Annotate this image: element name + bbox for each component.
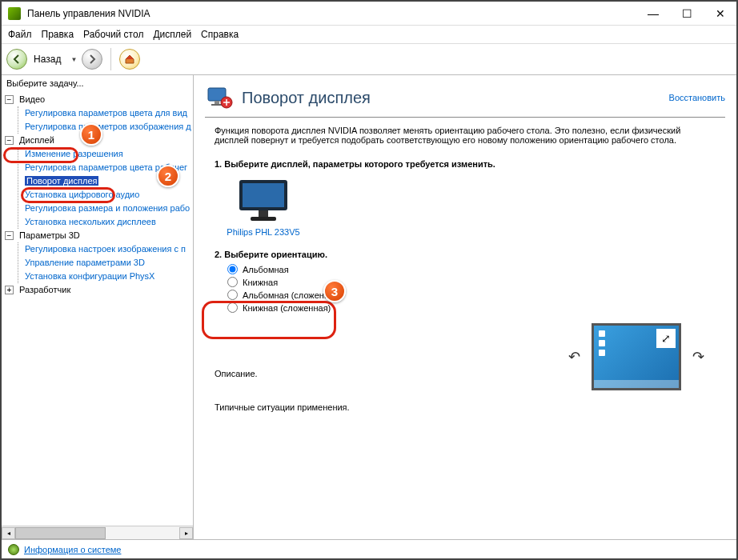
content-pane: Поворот дисплея Восстановить Функция пов… xyxy=(194,75,736,539)
tree-link-multi-display[interactable]: Установка нескольких дисплеев xyxy=(25,217,156,226)
radio-portrait-flipped-label: Книжная (сложенная) xyxy=(243,303,331,313)
maximize-button[interactable]: ☐ xyxy=(677,7,696,20)
tree-link-rotate-display[interactable]: Поворот дисплея xyxy=(25,176,98,186)
scroll-right-button[interactable]: ▸ xyxy=(179,527,193,539)
orientation-landscape-flipped[interactable]: Альбомная (сложенная) xyxy=(227,290,725,300)
radio-landscape-label: Альбомная xyxy=(243,265,289,274)
sysinfo-link[interactable]: Информация о системе xyxy=(24,545,121,554)
tree-link-size-position[interactable]: Регулировка размера и положения рабо xyxy=(25,203,190,213)
svg-rect-6 xyxy=(259,210,268,217)
tree-link-3d-manage[interactable]: Управление параметрами 3D xyxy=(25,258,145,267)
sidebar-hscrollbar[interactable]: ◂ ▸ xyxy=(2,526,193,539)
orientation-landscape[interactable]: Альбомная xyxy=(227,264,725,274)
tree-link-video-image[interactable]: Регулировка параметров изображения д xyxy=(25,122,191,131)
rotate-ccw-button[interactable]: ↶ xyxy=(568,348,580,366)
monitor-icon xyxy=(235,177,292,223)
svg-rect-7 xyxy=(251,217,276,221)
page-header: Поворот дисплея Восстановить xyxy=(205,83,725,118)
status-bar: Информация о системе xyxy=(2,539,736,558)
menu-help[interactable]: Справка xyxy=(201,29,239,40)
monitor-selector[interactable]: Philips PHL 233V5 xyxy=(219,177,307,237)
typical-heading: Типичные ситуации применения. xyxy=(215,402,716,412)
arrow-left-icon xyxy=(12,54,22,64)
scroll-thumb[interactable] xyxy=(15,527,106,539)
tree-toggle-3d[interactable]: − xyxy=(5,231,14,240)
radio-portrait[interactable] xyxy=(227,277,238,287)
orientation-options: Альбомная Книжная Альбомная (сложенная) … xyxy=(227,264,725,313)
orientation-portrait-flipped[interactable]: Книжная (сложенная) xyxy=(227,302,725,313)
tree-toggle-developer[interactable]: + xyxy=(5,286,14,294)
svg-rect-5 xyxy=(243,183,284,207)
menu-display[interactable]: Дисплей xyxy=(153,29,191,40)
nvidia-app-icon xyxy=(8,7,21,20)
rotate-display-page-icon xyxy=(205,83,234,112)
tree-cat-developer[interactable]: Разработчик xyxy=(19,285,70,294)
radio-portrait-label: Книжная xyxy=(243,278,278,287)
task-tree[interactable]: − Видео Регулировка параметров цвета для… xyxy=(2,91,193,526)
close-button[interactable]: ✕ xyxy=(711,7,730,20)
radio-portrait-flipped[interactable] xyxy=(227,302,238,313)
tree-cat-video[interactable]: Видео xyxy=(19,94,45,104)
orientation-portrait[interactable]: Книжная xyxy=(227,277,725,287)
tree-link-3d-image[interactable]: Регулировка настроек изображения с п xyxy=(25,244,186,254)
scroll-left-button[interactable]: ◂ xyxy=(2,527,15,539)
arrow-right-icon xyxy=(87,54,97,64)
orientation-preview: ↶ ⤢ ↷ xyxy=(568,323,704,390)
window-title: Панель управления NVIDIA xyxy=(27,8,644,19)
restore-link[interactable]: Восстановить xyxy=(669,93,725,102)
sysinfo-icon xyxy=(8,544,19,555)
step1-label: 1. Выберите дисплей, параметры которого … xyxy=(215,159,716,169)
rotate-cw-button[interactable]: ↷ xyxy=(692,348,704,366)
back-button[interactable] xyxy=(6,49,27,70)
back-dropdown-icon[interactable]: ▼ xyxy=(70,56,77,63)
page-description: Функция поворота дисплея NVIDIA позволяе… xyxy=(215,126,716,145)
page-title: Поворот дисплея xyxy=(242,89,669,107)
forward-button[interactable] xyxy=(82,49,102,70)
annotation-badge-1: 1 xyxy=(80,123,102,146)
home-icon xyxy=(124,54,135,65)
annotation-badge-3: 3 xyxy=(323,280,346,302)
tree-toggle-video[interactable]: − xyxy=(5,95,14,104)
menu-bar: Файл Правка Рабочий стол Дисплей Справка xyxy=(2,26,736,43)
window-titlebar: Панель управления NVIDIA — ☐ ✕ xyxy=(2,2,736,26)
annotation-badge-2: 2 xyxy=(157,165,179,187)
svg-rect-1 xyxy=(215,101,219,104)
monitor-label: Philips PHL 233V5 xyxy=(219,227,307,237)
nav-toolbar: Назад ▼ xyxy=(2,43,736,75)
menu-file[interactable]: Файл xyxy=(8,29,32,40)
rotate-indicator-icon: ⤢ xyxy=(656,329,676,348)
tree-link-digital-audio[interactable]: Установка цифрового аудио xyxy=(25,190,139,199)
task-sidebar: Выберите задачу... − Видео Регулировка п… xyxy=(2,75,194,539)
radio-landscape-flipped[interactable] xyxy=(227,290,238,300)
desktop-preview-icon: ⤢ xyxy=(592,323,681,390)
tree-link-physx[interactable]: Установка конфигурации PhysX xyxy=(25,271,154,281)
scroll-track[interactable] xyxy=(15,527,179,539)
radio-landscape[interactable] xyxy=(227,264,238,274)
tree-cat-display[interactable]: Дисплей xyxy=(19,135,54,145)
window-controls: — ☐ ✕ xyxy=(644,7,730,20)
minimize-button[interactable]: — xyxy=(644,7,663,20)
tree-link-resolution[interactable]: Изменение разрешения xyxy=(25,149,123,158)
step2-label: 2. Выберите ориентацию. xyxy=(215,250,716,259)
toolbar-separator xyxy=(110,48,111,70)
tree-toggle-display[interactable]: − xyxy=(5,136,14,145)
main-area: Выберите задачу... − Видео Регулировка п… xyxy=(2,75,736,539)
home-button[interactable] xyxy=(119,49,140,70)
sidebar-header: Выберите задачу... xyxy=(2,75,193,91)
back-label: Назад xyxy=(34,54,61,65)
menu-edit[interactable]: Правка xyxy=(42,29,74,40)
tree-link-video-color[interactable]: Регулировка параметров цвета для вид xyxy=(25,108,187,118)
tree-cat-3d[interactable]: Параметры 3D xyxy=(19,230,80,240)
menu-desktop[interactable]: Рабочий стол xyxy=(83,29,143,40)
